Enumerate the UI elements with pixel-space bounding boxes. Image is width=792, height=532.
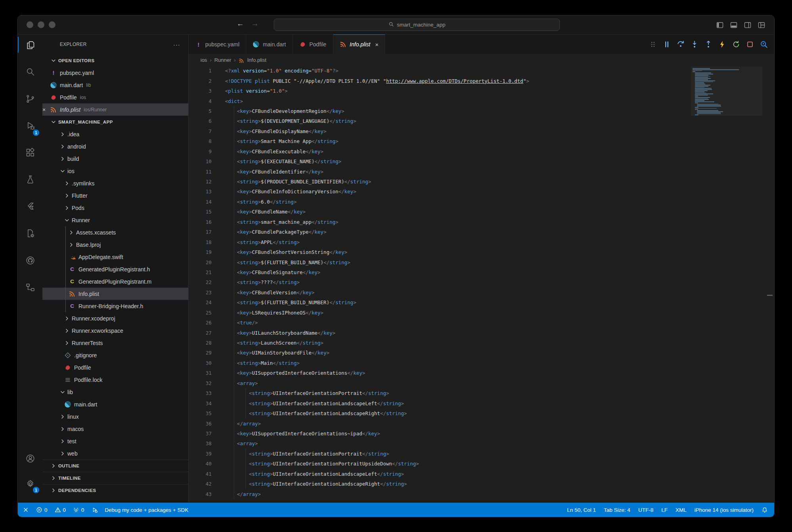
code-line-9[interactable]: 9 <key>CFBundleExecutable</key> — [189, 147, 774, 156]
code-line-5[interactable]: 5 <key>CFBundleDevelopmentRegion</key> — [189, 106, 774, 116]
tree-item-build[interactable]: build — [42, 153, 188, 165]
toggle-secondary-sidebar-icon[interactable] — [744, 21, 752, 29]
section-open-editors[interactable]: OPEN EDITORS — [42, 54, 188, 67]
code-line-8[interactable]: 8 <string>Smart Machine App</string> — [189, 136, 774, 146]
tree-item-appdelegate-swift[interactable]: AppDelegate.swift — [42, 251, 188, 263]
code-line-37[interactable]: 37 <key>UISupportedInterfaceOrientations… — [189, 429, 774, 439]
minimap[interactable] — [693, 68, 757, 116]
restart-icon[interactable] — [731, 40, 741, 49]
code-line-40[interactable]: 40 <string>UIInterfaceOrientationPortrai… — [189, 459, 774, 469]
tab-pubspec-yaml[interactable]: !pubspec.yaml — [189, 34, 246, 54]
problems-errors[interactable]: 0 — [36, 507, 48, 513]
tree-item-web[interactable]: web — [42, 447, 188, 460]
section-outline[interactable]: OUTLINE — [42, 460, 188, 472]
code-line-20[interactable]: 20 <string>$(FLUTTER_BUILD_NAME)</string… — [189, 257, 774, 267]
end-of-line[interactable]: LF — [661, 507, 668, 513]
code-line-29[interactable]: 29 <key>UIMainStoryboardFile</key> — [189, 348, 774, 358]
code-line-32[interactable]: 32 <array> — [189, 378, 774, 388]
code-line-12[interactable]: 12 <string>$(PRODUCT_BUNDLE_IDENTIFIER)<… — [189, 177, 774, 187]
ports[interactable]: 0 — [73, 507, 84, 513]
code-line-3[interactable]: 3<plist version="1.0"> — [189, 86, 774, 96]
activity-extensions-icon[interactable] — [18, 139, 42, 166]
step-over-icon[interactable] — [676, 40, 685, 49]
code-line-6[interactable]: 6 <string>$(DEVELOPMENT_LANGUAGE)</strin… — [189, 116, 774, 126]
tree-item-android[interactable]: android — [42, 140, 188, 153]
tree-item-symlinks[interactable]: .symlinks — [42, 177, 188, 189]
code-line-23[interactable]: 23 <key>CFBundleVersion</key> — [189, 288, 774, 297]
activity-search-icon[interactable] — [18, 58, 42, 85]
forward-icon[interactable]: → — [251, 19, 259, 28]
problems-warnings[interactable]: 0 — [55, 507, 66, 513]
activity-account-icon[interactable] — [18, 446, 42, 471]
tree-item-runner-bridging-header-h[interactable]: CRunner-Bridging-Header.h — [42, 300, 188, 312]
open-editor-main-dart[interactable]: main.dartlib — [42, 79, 188, 91]
code-line-24[interactable]: 24 <string>$(FLUTTER_BUILD_NUMBER)</stri… — [189, 297, 774, 307]
code-line-25[interactable]: 25 <key>LSRequiresIPhoneOS</key> — [189, 308, 774, 318]
tab-podfile[interactable]: Podfile — [293, 34, 333, 54]
back-icon[interactable]: ← — [237, 19, 244, 28]
stop-icon[interactable] — [745, 40, 755, 49]
code-line-31[interactable]: 31 <key>UISupportedInterfaceOrientations… — [189, 368, 774, 378]
tree-item-lib[interactable]: lib — [42, 386, 188, 398]
breadcrumb-item[interactable]: ios — [200, 57, 207, 63]
pause-icon[interactable] — [662, 40, 672, 49]
tree-item-podfile-lock[interactable]: Podfile.lock — [42, 374, 188, 386]
close-window-button[interactable] — [27, 21, 33, 28]
tree-item-gitignore[interactable]: .gitignore — [42, 349, 188, 361]
code-line-7[interactable]: 7 <key>CFBundleDisplayName</key> — [189, 126, 774, 136]
language-mode[interactable]: XML — [676, 507, 687, 513]
debug-status-icon[interactable] — [92, 507, 98, 513]
activity-run-and-debug-icon[interactable]: 1 — [18, 112, 42, 139]
cursor-position[interactable]: Ln 50, Col 1 — [567, 507, 596, 513]
code-line-19[interactable]: 19 <key>CFBundleShortVersionString</key> — [189, 247, 774, 257]
tree-item-flutter[interactable]: Flutter — [42, 189, 188, 202]
code-line-43[interactable]: 43 </array> — [189, 489, 774, 499]
tree-item-main-dart[interactable]: main.dart — [42, 398, 188, 410]
code-line-18[interactable]: 18 <string>APPL</string> — [189, 237, 774, 247]
code-line-28[interactable]: 28 <string>LaunchScreen</string> — [189, 338, 774, 348]
more-actions-icon[interactable]: ··· — [173, 41, 180, 48]
code-line-33[interactable]: 33 <string>UIInterfaceOrientationPortrai… — [189, 388, 774, 398]
close-icon[interactable]: × — [375, 41, 379, 48]
tab-main-dart[interactable]: main.dart — [246, 34, 292, 54]
tree-item-pods[interactable]: Pods — [42, 202, 188, 214]
activity-testing-icon[interactable] — [18, 166, 42, 193]
hot-reload-icon[interactable] — [718, 40, 727, 49]
activity-settings-icon[interactable]: 1 — [18, 471, 42, 496]
customize-layout-icon[interactable] — [758, 21, 765, 29]
code-line-10[interactable]: 10 <string>$(EXECUTABLE_NAME)</string> — [189, 156, 774, 166]
activity-project-file-settings-icon[interactable] — [18, 220, 42, 247]
indentation[interactable]: Tab Size: 4 — [604, 507, 630, 513]
zoom-window-button[interactable] — [49, 21, 55, 28]
breadcrumb-item[interactable]: Info.plist — [247, 57, 266, 63]
code-line-35[interactable]: 35 <string>UIInterfaceOrientationLandsca… — [189, 408, 774, 418]
tree-item-info-plist[interactable]: Info.plist — [42, 288, 188, 300]
tree-item-podfile[interactable]: Podfile — [42, 361, 188, 374]
activity-github-icon[interactable] — [18, 247, 42, 274]
code-line-30[interactable]: 30 <string>Main</string> — [189, 358, 774, 368]
code-line-42[interactable]: 42 <string>UIInterfaceOrientationLandsca… — [189, 479, 774, 489]
code-line-16[interactable]: 16 <string>smart_machine_app</string> — [189, 217, 774, 227]
tree-item-ios[interactable]: ios — [42, 165, 188, 177]
code-line-39[interactable]: 39 <string>UIInterfaceOrientationPortrai… — [189, 449, 774, 459]
tree-item-idea[interactable]: .idea — [42, 128, 188, 140]
code-line-11[interactable]: 11 <key>CFBundleIdentifier</key> — [189, 166, 774, 176]
minimize-window-button[interactable] — [38, 21, 44, 28]
toggle-primary-sidebar-icon[interactable] — [716, 21, 724, 29]
code-line-38[interactable]: 38 <array> — [189, 439, 774, 448]
code-line-36[interactable]: 36 </array> — [189, 418, 774, 428]
open-editor-pubspec-yaml[interactable]: !pubspec.yaml — [42, 67, 188, 79]
code-line-34[interactable]: 34 <string>UIInterfaceOrientationLandsca… — [189, 398, 774, 408]
tree-item-runner-xcodeproj[interactable]: Runner.xcodeproj — [42, 312, 188, 324]
tree-item-runnertests[interactable]: RunnerTests — [42, 337, 188, 349]
flutter-device[interactable]: iPhone 14 (ios simulator) — [695, 507, 754, 513]
activity-source-control-icon[interactable] — [18, 85, 42, 112]
launch-configuration[interactable]: Debug my code + packages + SDK — [105, 507, 189, 513]
tree-item-generatedpluginregistrant-m[interactable]: CGeneratedPluginRegistrant.m — [42, 275, 188, 288]
code-line-26[interactable]: 26 <true/> — [189, 318, 774, 328]
tree-item-linux[interactable]: linux — [42, 410, 188, 423]
section-project-root[interactable]: SMART_MACHINE_APP — [42, 116, 188, 128]
code-line-15[interactable]: 15 <key>CFBundleName</key> — [189, 207, 774, 217]
open-devtools-icon[interactable] — [759, 40, 769, 49]
activity-flutter-icon[interactable] — [18, 193, 42, 220]
